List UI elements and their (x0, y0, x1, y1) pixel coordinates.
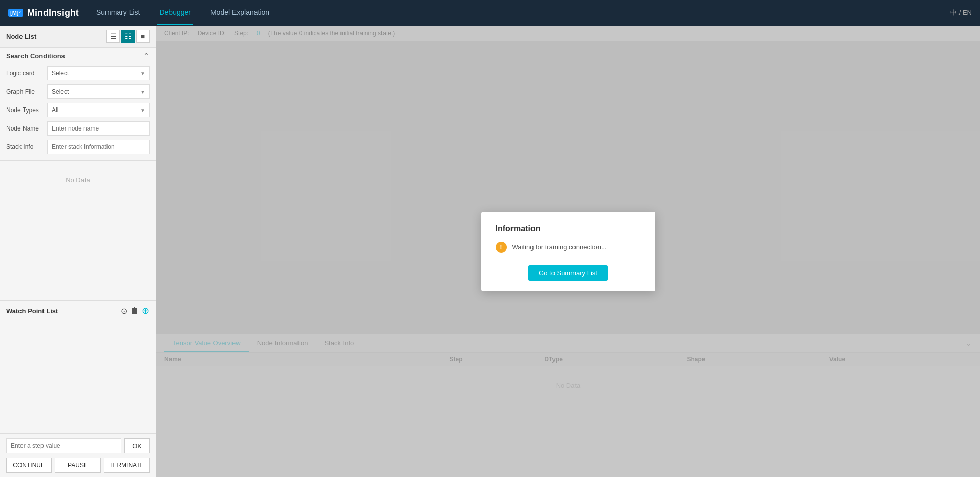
terminate-button[interactable]: TERMINATE (104, 458, 150, 473)
top-navigation: [M]° MindInsight Summary List Debugger M… (0, 0, 980, 26)
step-input[interactable] (6, 438, 121, 453)
nav-summary-list[interactable]: Summary List (94, 1, 142, 25)
view-toggle: ☰ ☷ ■ (106, 30, 150, 43)
collapse-button[interactable]: ⌃ (143, 52, 150, 60)
node-name-input[interactable] (47, 121, 150, 136)
watchpoint-section: Watch Point List ⊙ 🗑 ⊕ (0, 300, 156, 324)
sidebar-no-data: No Data (0, 161, 156, 300)
brand-icon: [M]° (8, 9, 23, 17)
node-name-row: Node Name (0, 119, 156, 138)
search-conditions-title: Search Conditions (6, 52, 65, 60)
nav-debugger[interactable]: Debugger (157, 1, 193, 25)
modal-body: ! Waiting for training connection... (496, 242, 641, 253)
pause-button[interactable]: PAUSE (55, 458, 100, 473)
warning-icon: ! (496, 242, 507, 253)
node-types-select-wrap: All ▼ (47, 103, 150, 117)
logic-card-label: Logic card (6, 70, 47, 77)
bottom-controls: OK CONTINUE PAUSE TERMINATE (0, 433, 156, 477)
node-name-label: Node Name (6, 125, 47, 132)
node-types-label: Node Types (6, 106, 47, 114)
stack-info-row: Stack Info (0, 138, 156, 156)
node-types-select[interactable]: All (47, 103, 150, 117)
watchpoint-icons: ⊙ 🗑 ⊕ (121, 305, 150, 316)
watchpoint-delete-icon[interactable]: 🗑 (131, 306, 139, 315)
graph-file-select-wrap: Select ▼ (47, 84, 150, 99)
modal-footer: Go to Summary List (496, 265, 641, 281)
nav-items: Summary List Debugger Model Explanation (94, 1, 271, 25)
brand-logo: [M]° MindInsight (8, 8, 79, 18)
search-conditions-header: Search Conditions ⌃ (0, 48, 156, 64)
node-list-title: Node List (6, 33, 36, 40)
stack-info-label: Stack Info (6, 143, 47, 150)
ok-button[interactable]: OK (124, 438, 150, 453)
graph-file-select[interactable]: Select (47, 84, 150, 99)
stack-info-input[interactable] (47, 140, 150, 154)
watchpoint-add-icon[interactable]: ⊕ (142, 305, 150, 316)
sidebar-spacer (0, 324, 156, 433)
go-to-summary-button[interactable]: Go to Summary List (528, 265, 608, 281)
step-row: OK (6, 438, 150, 453)
logic-card-select[interactable]: Select (47, 66, 150, 80)
content-area: Client IP: Device ID: Step: 0 (The value… (156, 26, 980, 477)
action-buttons: CONTINUE PAUSE TERMINATE (6, 458, 150, 473)
modal-overlay: Information ! Waiting for training conne… (156, 26, 980, 477)
view-btn-list[interactable]: ☰ (106, 30, 120, 43)
sidebar: Node List ☰ ☷ ■ Search Conditions ⌃ Logi… (0, 26, 156, 477)
nav-model-explanation[interactable]: Model Explanation (208, 1, 271, 25)
graph-file-row: Graph File Select ▼ (0, 82, 156, 101)
continue-button[interactable]: CONTINUE (6, 458, 52, 473)
node-types-row: Node Types All ▼ (0, 101, 156, 119)
language-switcher[interactable]: 中 / EN (950, 8, 972, 17)
node-list-header: Node List ☰ ☷ ■ (0, 26, 156, 48)
watchpoint-header: Watch Point List ⊙ 🗑 ⊕ (0, 301, 156, 320)
brand-name: MindInsight (27, 8, 79, 18)
watchpoint-settings-icon[interactable]: ⊙ (121, 306, 127, 316)
view-btn-grid[interactable]: ☷ (121, 30, 135, 43)
watchpoint-title: Watch Point List (6, 307, 58, 315)
graph-file-label: Graph File (6, 88, 47, 95)
information-modal: Information ! Waiting for training conne… (481, 212, 655, 291)
logic-card-row: Logic card Select ▼ (0, 64, 156, 82)
search-conditions: Search Conditions ⌃ Logic card Select ▼ … (0, 48, 156, 161)
view-btn-menu[interactable]: ■ (136, 30, 150, 43)
modal-message: Waiting for training connection... (512, 243, 607, 251)
modal-title: Information (496, 224, 641, 233)
logic-card-select-wrap: Select ▼ (47, 66, 150, 80)
main-layout: Node List ☰ ☷ ■ Search Conditions ⌃ Logi… (0, 26, 980, 477)
